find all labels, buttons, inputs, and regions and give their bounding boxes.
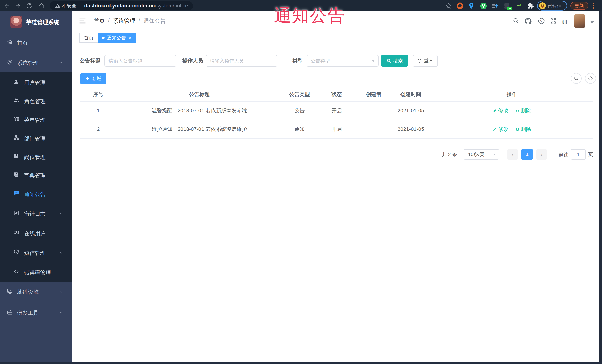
gear-icon — [7, 59, 13, 65]
col-header-created: 创建时间 — [391, 91, 430, 98]
type-label: 类型 — [292, 55, 303, 67]
add-notice-button[interactable]: 新增 — [80, 73, 107, 84]
breadcrumb-section[interactable]: 系统管理 — [113, 17, 135, 25]
browser-menu-kebab-icon[interactable] — [593, 2, 594, 9]
extension-location-pin-icon[interactable] — [468, 2, 475, 10]
extensions-puzzle-icon[interactable] — [527, 2, 535, 10]
page-unit-label: 页 — [588, 151, 593, 158]
sidebar-item-role-mgmt[interactable]: 角色管理 — [0, 92, 72, 110]
sync-paused-label: 已暂停 — [548, 3, 562, 9]
toggle-search-tool-button[interactable] — [571, 73, 582, 84]
bookmark-star-icon[interactable] — [445, 2, 452, 10]
breadcrumb-separator: / — [108, 17, 110, 25]
extension-blue-diamond-icon[interactable] — [491, 2, 499, 10]
browser-home-icon[interactable] — [38, 2, 45, 9]
chevron-down-icon — [59, 211, 64, 216]
shield-check-icon — [13, 249, 19, 255]
search-icon — [387, 58, 391, 63]
chevron-down-icon — [493, 154, 496, 156]
chevron-down-icon — [59, 290, 64, 294]
online-user-icon — [13, 229, 19, 235]
breadcrumb-home[interactable]: 首页 — [94, 17, 105, 25]
user-avatar[interactable] — [574, 14, 585, 28]
browser-forward-icon[interactable] — [14, 2, 21, 9]
extension-orange-donut-icon[interactable] — [456, 2, 464, 10]
extension-sprout-icon[interactable] — [515, 2, 523, 10]
page-number-1[interactable]: 1 — [521, 149, 533, 160]
tab-home[interactable]: 首页 — [79, 33, 98, 43]
trash-icon — [515, 127, 520, 131]
extension-green-circle-icon[interactable] — [480, 2, 487, 10]
extension-database-on-icon[interactable]: on — [503, 2, 511, 10]
home-icon — [7, 39, 13, 45]
app-logo-image — [11, 16, 22, 28]
refresh-icon — [588, 76, 593, 81]
avatar-caret-down-icon[interactable] — [590, 21, 594, 23]
operator-input[interactable] — [206, 55, 277, 67]
fullscreen-icon[interactable] — [550, 17, 557, 24]
operator-label: 操作人员 — [182, 55, 203, 67]
chevron-down-icon — [59, 250, 64, 255]
code-icon — [13, 269, 19, 275]
address-bar[interactable]: 不安全 dashboard.yudao.iocoder.cn/system/no… — [50, 1, 193, 10]
tags-view-bar: 首页 通知公告 × — [72, 31, 599, 43]
col-header-actions: 操作 — [430, 91, 593, 98]
sidebar: 芋道管理系统 首页 系统管理 用户管理 角色管理 菜单管理 — [0, 11, 72, 362]
refresh-table-tool-button[interactable] — [585, 73, 596, 84]
sidebar-item-sms-mgmt[interactable]: 短信管理 — [0, 243, 72, 262]
header-search-icon[interactable] — [512, 17, 519, 24]
tab-close-icon[interactable]: × — [129, 36, 131, 40]
table-header-row: 序号 公告标题 公告类型 状态 创建者 创建时间 操作 — [80, 87, 593, 102]
refresh-icon — [417, 58, 422, 63]
search-button[interactable]: 搜索 — [381, 55, 408, 67]
col-header-title: 公告标题 — [117, 91, 282, 98]
edit-log-icon — [13, 210, 19, 216]
sidebar-item-home[interactable]: 首页 — [0, 33, 72, 52]
help-question-icon[interactable]: ? — [538, 17, 545, 25]
sidebar-item-post-mgmt[interactable]: 岗位管理 — [0, 147, 72, 166]
next-page-button[interactable]: › — [536, 149, 547, 160]
prev-page-button[interactable]: ‹ — [507, 149, 518, 160]
sidebar-item-online-users[interactable]: 在线用户 — [0, 224, 72, 242]
sidebar-item-system[interactable]: 系统管理 — [0, 53, 72, 72]
delete-link[interactable]: 删除 — [515, 107, 531, 114]
github-icon[interactable] — [524, 17, 532, 25]
browser-profile-chip[interactable]: 已暂停 — [537, 1, 567, 10]
sidebar-item-dept-mgmt[interactable]: 部门管理 — [0, 129, 72, 147]
sidebar-item-notice[interactable]: 通知公告 — [0, 184, 72, 203]
goto-page-input[interactable] — [571, 149, 586, 160]
tree-table-icon — [13, 116, 19, 122]
reset-button[interactable]: 重置 — [413, 55, 438, 67]
sidebar-item-dev-tools[interactable]: 研发工具 — [0, 303, 72, 322]
page-scrollbar[interactable] — [599, 11, 602, 364]
window-bottom-edge — [0, 362, 602, 364]
notice-type-select[interactable]: 公告类型 — [307, 55, 378, 67]
delete-link[interactable]: 删除 — [515, 126, 531, 133]
browser-update-button[interactable]: 更新 — [570, 2, 588, 10]
browser-back-icon[interactable] — [4, 2, 11, 9]
message-bubble-icon — [13, 190, 19, 196]
font-size-icon[interactable]: tT — [562, 18, 568, 25]
edit-pencil-icon — [493, 108, 497, 113]
browser-reload-icon[interactable] — [26, 2, 32, 9]
sidebar-item-user-mgmt[interactable]: 用户管理 — [0, 73, 72, 91]
edit-link[interactable]: 修改 — [493, 126, 508, 133]
notice-table: 序号 公告标题 公告类型 状态 创建者 创建时间 操作 1 温馨提醒：2018-… — [80, 87, 593, 139]
sidebar-item-dict-mgmt[interactable]: 字典管理 — [0, 166, 72, 184]
peoples-icon — [13, 97, 19, 104]
security-label[interactable]: 不安全 — [62, 3, 76, 9]
profile-emoji-avatar — [539, 2, 546, 9]
sidebar-item-menu-mgmt[interactable]: 菜单管理 — [0, 110, 72, 129]
breadcrumb-separator: / — [139, 17, 140, 25]
sidebar-toggle-hamburger-icon[interactable] — [79, 18, 86, 24]
sidebar-item-audit-log[interactable]: 审计日志 — [0, 204, 72, 223]
app-logo-row[interactable]: 芋道管理系统 — [0, 16, 72, 29]
tab-notice-active[interactable]: 通知公告 × — [97, 33, 136, 43]
chevron-down-icon — [371, 60, 375, 62]
sidebar-item-error-code[interactable]: 错误码管理 — [0, 263, 72, 281]
notice-title-input[interactable] — [104, 55, 176, 67]
app-title: 芋道管理系统 — [26, 19, 59, 26]
sidebar-item-infrastructure[interactable]: 基础设施 — [0, 282, 72, 301]
page-size-select[interactable]: 10条/页 — [464, 149, 499, 160]
edit-link[interactable]: 修改 — [493, 107, 508, 114]
